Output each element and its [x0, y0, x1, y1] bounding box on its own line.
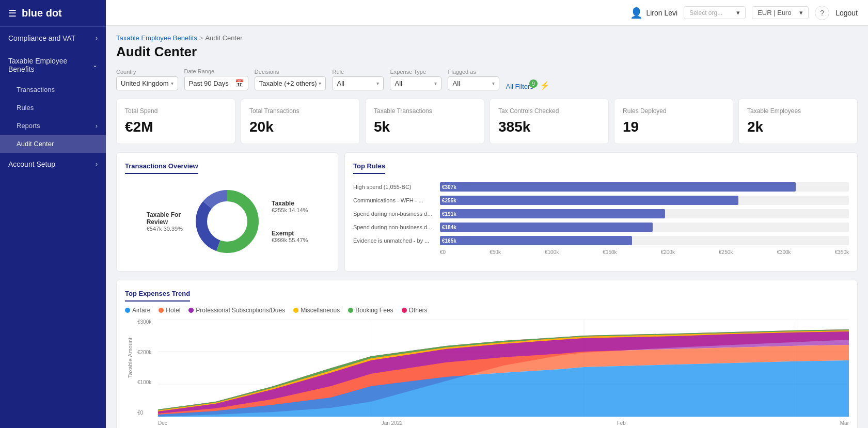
- sidebar-label-taxable-benefits: Taxable Employee Benefits: [8, 57, 92, 73]
- stat-tax-controls-label: Tax Controls Checked: [498, 107, 600, 115]
- x-labels: Dec Jan 2022 Feb Mar: [158, 419, 849, 426]
- filter-date-select[interactable]: Past 90 Days 📅: [184, 76, 248, 90]
- filter-country-label: Country: [116, 69, 178, 75]
- filter-country-select[interactable]: United Kingdom ▾: [116, 76, 178, 90]
- y-300k: €300k: [137, 319, 158, 325]
- stat-total-transactions-value: 20k: [249, 119, 351, 135]
- sidebar-item-compliance-vat[interactable]: Compliance and VAT ›: [0, 27, 106, 50]
- y-axis-label-container: Taxable Amount: [125, 319, 135, 426]
- filter-rule-select[interactable]: All ▾: [332, 76, 384, 90]
- legend-exempt-value: €999k 55.47%: [272, 237, 308, 243]
- filter-count-badge: 9: [529, 80, 538, 88]
- all-filters-button[interactable]: All Filters 9: [506, 83, 533, 90]
- sidebar-item-audit-center[interactable]: Audit Center: [0, 135, 106, 153]
- legend-others: Others: [402, 307, 428, 314]
- axis-50k: €50k: [490, 249, 501, 255]
- airfare-dot: [125, 308, 130, 313]
- x-jan2022: Jan 2022: [382, 420, 403, 426]
- filter-expense-select[interactable]: All ▾: [390, 76, 441, 90]
- y-axis-label: Taxable Amount: [127, 368, 133, 378]
- chevron-down-rule-icon: ▾: [376, 81, 379, 86]
- legend-airfare: Airfare: [125, 307, 150, 314]
- axis-200k: €200k: [661, 249, 675, 255]
- others-label: Others: [409, 307, 428, 314]
- donut-svg: [191, 185, 263, 258]
- stat-taxable-employees-value: 2k: [747, 119, 849, 135]
- filter-rule: Rule All ▾: [332, 69, 384, 90]
- bar-label-3: Spend during non-business day ...: [353, 224, 436, 230]
- trend-chart-wrapper: Taxable Amount €300k €200k €100k €0: [125, 319, 849, 426]
- stat-tax-controls: Tax Controls Checked 385k: [490, 99, 609, 144]
- bar-label-4: Evidence is unmatched - by ...: [353, 237, 436, 244]
- bar-row-3: Spend during non-business day ... €184k: [353, 223, 849, 232]
- hotel-dot: [159, 308, 164, 313]
- stat-taxable-transactions: Taxable Transactions 5k: [365, 99, 484, 144]
- filter-flagged-select[interactable]: All ▾: [448, 76, 499, 90]
- legend-exempt: Exempt €999k 55.47%: [272, 230, 308, 243]
- legend-booking: Booking Fees: [348, 307, 393, 314]
- sidebar-label-audit-center: Audit Center: [17, 140, 54, 148]
- top-rules-title: Top Rules: [353, 162, 385, 174]
- logout-button[interactable]: Logout: [835, 9, 858, 17]
- sidebar-item-taxable-benefits[interactable]: Taxable Employee Benefits ⌄: [0, 50, 106, 81]
- airfare-label: Airfare: [132, 307, 150, 314]
- bar-axis: €0 €50k €100k €150k €200k €250k €300k €3…: [353, 249, 849, 255]
- bar-label-2: Spend during non-business day ...: [353, 211, 436, 217]
- stat-total-spend-label: Total Spend: [125, 107, 227, 115]
- trend-svg-container: Dec Jan 2022 Feb Mar: [158, 319, 849, 426]
- sidebar-label-rules: Rules: [17, 104, 34, 112]
- trend-svg: [158, 319, 849, 417]
- hamburger-icon[interactable]: ☰: [8, 8, 17, 19]
- stat-taxable-employees: Taxable Employees 2k: [738, 99, 858, 144]
- subscriptions-label: Professional Subscriptions/Dues: [196, 307, 285, 314]
- legend-taxable-review-value: €547k 30.39%: [147, 226, 183, 232]
- axis-150k: €150k: [603, 249, 617, 255]
- sidebar-item-rules[interactable]: Rules: [0, 99, 106, 117]
- user-avatar-icon: 👤: [630, 7, 643, 19]
- filter-date-value: Past 90 Days: [189, 80, 229, 87]
- bar-label-0: High spend (1,055-BC): [353, 184, 436, 190]
- currency-label: EUR | Euro: [757, 9, 792, 17]
- bar-row-4: Evidence is unmatched - by ... €165k: [353, 236, 849, 245]
- bar-chart: High spend (1,055-BC) €307k Communicatio…: [353, 180, 849, 257]
- donut-chart-container: Taxable For Review €547k 30.39%: [125, 180, 329, 263]
- topbar-currency-select[interactable]: EUR | Euro ▾: [752, 6, 809, 19]
- filter-decisions-select[interactable]: Taxable (+2 others) ▾: [255, 76, 326, 90]
- chevron-down-country-icon: ▾: [171, 81, 173, 86]
- filter-expense-label: Expense Type: [390, 69, 441, 75]
- bar-fill-2: €191k: [440, 209, 665, 218]
- y-100k: €100k: [137, 379, 158, 385]
- chevron-right-icon: ›: [96, 35, 98, 42]
- donut-legend-right: Taxable €255k 14.14% Exempt €999k 55.47%: [272, 200, 308, 243]
- trend-chart-area: €300k €200k €100k €0: [137, 319, 849, 426]
- breadcrumb-parent[interactable]: Taxable Employee Benefits: [116, 34, 197, 42]
- filter-country: Country United Kingdom ▾: [116, 69, 178, 90]
- legend-taxable-review-label2: Review: [147, 218, 183, 226]
- others-dot: [402, 308, 407, 313]
- page-title: Audit Center: [116, 44, 858, 60]
- trend-card: Top Expenses Trend Airfare Hotel Profess…: [116, 280, 858, 428]
- help-button[interactable]: ?: [815, 6, 829, 20]
- bar-val-3: €184k: [442, 225, 456, 230]
- filter-expense: Expense Type All ▾: [390, 69, 441, 90]
- main-area: 👤 Liron Levi Select org... ▾ EUR | Euro …: [106, 0, 868, 428]
- chevron-right-icon-reports: ›: [96, 122, 98, 130]
- sidebar-item-transactions[interactable]: Transactions: [0, 81, 106, 99]
- chevron-down-expense-icon: ▾: [434, 81, 437, 86]
- filter-clear-icon[interactable]: ⚡: [540, 81, 550, 90]
- legend-exempt-label: Exempt: [272, 230, 308, 237]
- legend-hotel: Hotel: [159, 307, 180, 314]
- sidebar-item-account-setup[interactable]: Account Setup ›: [0, 153, 106, 176]
- stat-rules-deployed-label: Rules Deployed: [623, 107, 724, 115]
- breadcrumb-separator: >: [199, 34, 203, 42]
- filters-row: Country United Kingdom ▾ Date Range Past…: [116, 68, 858, 90]
- content-area: Taxable Employee Benefits > Audit Center…: [106, 26, 868, 428]
- transactions-overview-title: Transactions Overview: [125, 162, 198, 174]
- misc-label: Miscellaneous: [301, 307, 340, 314]
- stat-taxable-transactions-value: 5k: [374, 119, 476, 135]
- org-placeholder: Select org...: [689, 9, 722, 17]
- breadcrumb-current: Audit Center: [205, 34, 242, 42]
- sidebar-item-reports[interactable]: Reports ›: [0, 117, 106, 135]
- subscriptions-dot: [188, 308, 194, 313]
- topbar-org-select[interactable]: Select org... ▾: [684, 6, 746, 19]
